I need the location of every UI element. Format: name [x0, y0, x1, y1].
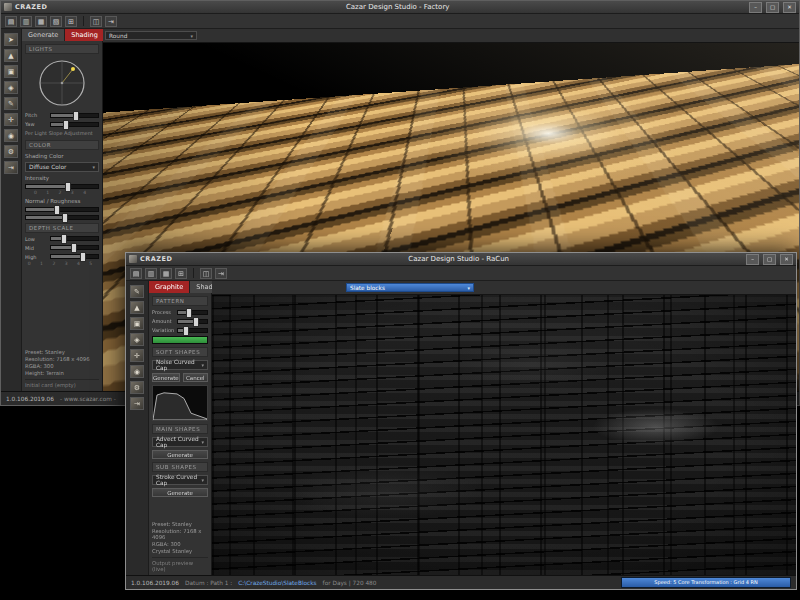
maximize-button[interactable]: ▢	[763, 254, 776, 265]
color-header: COLOR	[25, 140, 99, 150]
shading-panel: LIGHTS Pitch	[22, 41, 102, 391]
front-tabs: Graphite Shading	[149, 281, 211, 293]
app-logo-text: CRAZED	[140, 255, 172, 263]
new-file-icon[interactable]: ▤	[130, 268, 142, 279]
front-window: CRAZED Cazar Design Studio - RaCun – ▢ ✕…	[125, 252, 797, 590]
texture-tool-icon[interactable]: ▣	[130, 317, 144, 330]
slate-texture-viewport[interactable]	[212, 295, 796, 575]
sub-generate-button[interactable]: Generate	[152, 488, 208, 497]
website-text: - www.scazar.com -	[60, 396, 116, 402]
info-preset: Preset: Stanley	[25, 349, 99, 355]
preview-tool-icon[interactable]: ◉	[4, 129, 18, 142]
material-tool-icon[interactable]: ◈	[130, 333, 144, 346]
depth-low-slider[interactable]: Low	[25, 236, 99, 242]
import-icon[interactable]: ⊞	[175, 268, 187, 279]
settings-tool-icon[interactable]: ⚙	[130, 381, 144, 394]
minimize-button[interactable]: –	[746, 254, 759, 265]
main-generate-button[interactable]: Generate	[152, 450, 208, 459]
app-logo-text: CRAZED	[15, 3, 47, 11]
version-text: 1.0.106.2019.06	[6, 396, 54, 402]
intensity-label: Intensity	[25, 175, 99, 181]
save-all-icon[interactable]: ▧	[50, 16, 62, 27]
paint-tool-icon[interactable]: ✎	[4, 97, 18, 110]
variation-slider[interactable]: Variation	[152, 327, 208, 333]
preview-tool-icon[interactable]: ◉	[130, 365, 144, 378]
soft-shapes-dropdown[interactable]: Noise Curved Cap ▾	[152, 360, 208, 370]
mode-dropdown[interactable]: Round ▾	[105, 31, 197, 40]
soft-shapes-header: SOFT SHAPES	[152, 347, 208, 357]
toolbar-separator	[193, 268, 194, 278]
intensity-slider[interactable]	[25, 184, 99, 189]
save-file-icon[interactable]: ▦	[160, 268, 172, 279]
close-button[interactable]: ✕	[780, 254, 793, 265]
sub-shapes-header: SUB SHAPES	[152, 462, 208, 472]
paint-tool-icon[interactable]: ✎	[130, 285, 144, 298]
cancel-button[interactable]: Cancel	[183, 373, 208, 382]
export-icon[interactable]: ⇥	[105, 16, 117, 27]
progress-text: Speed: 5 Core Transformation : Grid 4 RN	[622, 578, 790, 587]
minimize-button[interactable]: –	[749, 2, 762, 13]
chevron-down-icon: ▾	[92, 164, 95, 170]
info-resolution: Resolution: 7168 x 4096	[152, 528, 208, 540]
light-marker	[71, 67, 75, 71]
chevron-down-icon: ▾	[201, 439, 204, 445]
exit-tool-icon[interactable]: ⇥	[130, 397, 144, 410]
import-icon[interactable]: ⊞	[65, 16, 77, 27]
viewport-grid-icon[interactable]: ◫	[90, 16, 102, 27]
settings-tool-icon[interactable]: ⚙	[4, 145, 18, 158]
lights-header: LIGHTS	[25, 44, 99, 54]
light-yaw-slider[interactable]: Yaw	[25, 121, 99, 127]
depth-mid-slider[interactable]: Mid	[25, 245, 99, 251]
save-file-icon[interactable]: ▦	[35, 16, 47, 27]
info-rgba: RGBA: 300	[25, 363, 99, 369]
front-tool-column: ✎ ▲ ▣ ◈ ✛ ◉ ⚙ ⇥	[126, 281, 149, 575]
chevron-down-icon: ▾	[467, 285, 470, 291]
front-statusbar: 1.0.106.2019.06 Datum : Path 1 : C:\Craz…	[126, 575, 796, 589]
terrain-tool-icon[interactable]: ▲	[4, 49, 18, 62]
depth-ticks: 0 1 2 3 4 5	[25, 261, 99, 266]
generation-progress-bar	[152, 336, 208, 344]
main-shapes-dropdown[interactable]: Advect Curved Cap ▾	[152, 437, 208, 447]
adjust-tool-icon[interactable]: ✛	[130, 349, 144, 362]
maximize-button[interactable]: ▢	[766, 2, 779, 13]
back-window-title: Cazar Design Studio - Factory	[50, 3, 745, 11]
close-button[interactable]: ✕	[783, 2, 796, 13]
open-file-icon[interactable]: ▥	[20, 16, 32, 27]
light-direction-widget[interactable]	[25, 57, 99, 109]
front-titlebar[interactable]: CRAZED Cazar Design Studio - RaCun – ▢ ✕	[126, 253, 796, 266]
back-titlebar[interactable]: CRAZED Cazar Design Studio - Factory – ▢…	[1, 1, 799, 14]
texture-tool-icon[interactable]: ▣	[4, 65, 18, 78]
new-file-icon[interactable]: ▤	[5, 16, 17, 27]
height-histogram	[153, 386, 207, 420]
front-window-title: Cazar Design Studio - RaCun	[175, 255, 742, 263]
generate-button[interactable]: Generate	[152, 373, 180, 382]
viewport-grid-icon[interactable]: ◫	[200, 268, 212, 279]
sub-shapes-dropdown[interactable]: Stroke Curved Cap ▾	[152, 475, 208, 485]
adjust-tool-icon[interactable]: ✛	[4, 113, 18, 126]
light-pitch-slider[interactable]: Pitch	[25, 112, 99, 118]
terrain-tool-icon[interactable]: ▲	[130, 301, 144, 314]
depth-high-slider[interactable]: High	[25, 254, 99, 260]
file-path-link[interactable]: C:\CrazeStudio\SlateBlocks	[238, 580, 316, 586]
normal-slider[interactable]	[25, 207, 99, 212]
material-tool-icon[interactable]: ◈	[4, 81, 18, 94]
tab-graphite[interactable]: Graphite	[149, 281, 190, 293]
open-file-icon[interactable]: ▥	[145, 268, 157, 279]
document-info: Preset: Stanley Resolution: 7168 x 4096 …	[152, 521, 208, 554]
process-slider[interactable]: Process	[152, 309, 208, 315]
select-tool-icon[interactable]: ➤	[4, 33, 18, 46]
height-curve-editor[interactable]	[152, 385, 208, 421]
exit-tool-icon[interactable]: ⇥	[4, 161, 18, 174]
info-preset: Preset: Stanley	[152, 521, 208, 527]
texture-select-dropdown[interactable]: Slate blocks ▾	[346, 283, 474, 292]
back-toolbar: ▤ ▥ ▦ ▧ ⊞ ◫ ⇥	[1, 14, 799, 29]
bamboo-texture	[103, 43, 799, 142]
amount-slider[interactable]: Amount	[152, 318, 208, 324]
info-crystal: Crystal Stanley	[152, 548, 208, 554]
shading-color-label: Shading Color	[25, 153, 99, 159]
roughness-slider[interactable]	[25, 215, 99, 220]
export-icon[interactable]: ⇥	[215, 268, 227, 279]
tab-shading[interactable]: Shading	[65, 29, 104, 41]
shading-color-dropdown[interactable]: Diffuse Color ▾	[25, 162, 99, 172]
tab-generate[interactable]: Generate	[22, 29, 65, 41]
